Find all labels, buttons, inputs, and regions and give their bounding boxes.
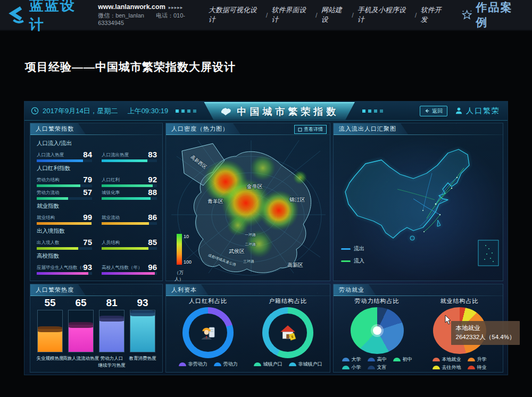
nav-item[interactable]: 网站建设 xyxy=(321,5,348,24)
gauge: 劳动力结构79 xyxy=(37,174,92,187)
nav-separator: / xyxy=(266,11,268,19)
panel-density-heatmap: 人口密度（热力图） 查看详情 xyxy=(165,123,330,281)
cases-link[interactable]: 作品案例 xyxy=(461,0,523,30)
gauge-bar xyxy=(102,247,157,250)
back-label: 返回 xyxy=(432,107,443,115)
tank-value: 65 xyxy=(75,297,86,310)
tank-value: 55 xyxy=(44,297,55,310)
legend-label: 本地就业 xyxy=(442,356,461,363)
legend-arc-swatch xyxy=(433,366,440,369)
deco-squares-left xyxy=(176,109,196,113)
datetime: 2017年9月14日，星期二 上午09:30:19 xyxy=(31,106,168,116)
gauge-header: 应届毕业生人气指数（年）93 xyxy=(37,262,92,271)
legend-item: 劳动力 xyxy=(214,361,238,368)
worker-icon xyxy=(199,324,217,342)
gauge: 人口流出热度83 xyxy=(102,149,157,162)
chart-legend: 本地就业升学去往外地待业 xyxy=(433,356,487,371)
nav-item[interactable]: 软件界面设计 xyxy=(271,5,312,24)
legend-item: 文盲 xyxy=(368,364,387,371)
donut-hole: ¥ xyxy=(269,314,307,352)
gauge-header: 人口红利92 xyxy=(102,174,157,183)
legend-item: 流入 xyxy=(341,257,364,265)
gauge-bar xyxy=(37,247,92,250)
time-text: 上午09:30:19 xyxy=(128,106,169,116)
tank-liquid xyxy=(69,325,93,352)
nav-item[interactable]: 大数据可视化设计 xyxy=(209,5,262,24)
logo[interactable]: 蓝蓝设计 xyxy=(7,0,89,34)
back-arrow-icon xyxy=(425,108,430,114)
mode-indicator[interactable]: 人口繁荣 xyxy=(455,106,500,116)
donut-ring xyxy=(182,307,234,358)
gauge-label: 劳动力结构 xyxy=(37,177,60,183)
mode-label: 人口繁荣 xyxy=(466,106,500,116)
legend-arc-swatch xyxy=(289,362,296,366)
tank-wave xyxy=(130,310,155,316)
gauge-bar xyxy=(37,222,92,225)
legend-item: 大学 xyxy=(342,356,361,363)
tank-value: 93 xyxy=(137,297,148,310)
gauge-bar-fill xyxy=(102,272,155,275)
gauge-header: 人口流出热度83 xyxy=(102,149,157,158)
gauge-bar-fill xyxy=(37,222,92,225)
view-detail-button[interactable]: 查看详情 xyxy=(294,125,327,134)
panel-title: 流入流出人口汇聚图 xyxy=(334,123,408,134)
donut-chart: 户籍结构占比 ¥城镇户口非城镇户口 xyxy=(248,297,328,371)
gauge: 人口流入热度84 xyxy=(37,149,92,162)
legend-label: 初中 xyxy=(403,356,412,363)
gauge-header: 就业结构99 xyxy=(37,212,92,221)
legend-unit: （万人） xyxy=(174,270,184,283)
chart-subtitle: 户籍结构占比 xyxy=(269,297,307,305)
gauge-bar xyxy=(102,159,157,162)
tank-label: 商旅人流流动热度 xyxy=(63,355,99,362)
panel-human-capital: 人利资本 人口红利占比 非劳动力劳动力户籍结构占比 ¥城镇户口非城镇户口 xyxy=(165,284,330,373)
back-button[interactable]: 返回 xyxy=(420,106,447,116)
site-meta: www.lanlanwork.com▸▸▸▸▸ 微信：ben_lanlan 电话… xyxy=(98,3,209,28)
gauge: 高校人气指数（年）96 xyxy=(102,262,157,275)
gauge-label: 人口流入热度 xyxy=(37,152,64,158)
pie-chart: 劳动力结构占比大学高中初中小学文盲 xyxy=(336,297,418,371)
dashboard-topbar: 2017年9月14日，星期二 上午09:30:19 中国城市繁荣指数 返回 xyxy=(24,102,508,121)
gauge: 人员结构85 xyxy=(102,237,157,250)
gauge-label: 就业结构 xyxy=(37,215,55,221)
legend-arc-swatch xyxy=(254,362,261,366)
nav-item[interactable]: 手机及小程序设计 xyxy=(358,5,411,24)
gauge-value: 88 xyxy=(148,188,157,196)
panel-title: 人口繁荣指数 xyxy=(30,123,86,134)
person-icon xyxy=(455,107,463,115)
legend-arc-swatch xyxy=(368,358,375,361)
gauge-row: 出入境人数75人员结构85 xyxy=(37,237,157,250)
legend-arc-swatch xyxy=(368,366,375,369)
legend-arc-swatch xyxy=(179,362,186,366)
cursor-icon xyxy=(445,315,452,325)
legend-label: 高中 xyxy=(377,356,387,363)
tank-body xyxy=(37,310,63,352)
legend-min: 100 xyxy=(184,259,192,265)
site-header: 蓝蓝设计 www.lanlanwork.com▸▸▸▸▸ 微信：ben_lanl… xyxy=(0,0,532,31)
gauge-row: 劳动力结构79人口红利92 xyxy=(37,174,157,187)
tank-label: 劳动力人口继续学习热度 xyxy=(98,355,126,369)
gauge-header: 就业流动86 xyxy=(102,212,157,221)
site-url[interactable]: www.lanlanwork.com xyxy=(98,3,165,11)
legend-label: 流入 xyxy=(354,257,364,265)
panel-title: 人利资本 xyxy=(166,284,209,295)
section-title: 人口红利指数 xyxy=(37,165,157,172)
nav-item[interactable]: 软件开发 xyxy=(420,5,447,24)
logo-icon xyxy=(7,5,26,24)
gauge-label: 人口流出热度 xyxy=(102,152,129,158)
legend-label: 非城镇户口 xyxy=(298,361,322,368)
legend-item: 非城镇户口 xyxy=(289,361,322,368)
svg-text:青羊区: 青羊区 xyxy=(207,198,223,204)
svg-text:锦江区: 锦江区 xyxy=(289,197,305,202)
gauge-bar xyxy=(102,272,157,275)
tooltip-value: 2642332人（54.4%） xyxy=(456,333,516,342)
tank-body xyxy=(68,310,94,352)
legend-label: 非劳动力 xyxy=(188,361,207,368)
deco-squares-right xyxy=(362,109,383,113)
gauge-bar xyxy=(37,159,92,162)
legend-max: 10 xyxy=(184,234,192,239)
site-nav: 大数据可视化设计/软件界面设计/网站建设/手机及小程序设计/软件开发 xyxy=(209,5,447,24)
donut-charts: 人口红利占比 非劳动力劳动力户籍结构占比 ¥城镇户口非城镇户口 xyxy=(168,297,328,371)
gauge-label: 高校人气指数（年） xyxy=(102,265,143,271)
tank-wave xyxy=(68,322,94,328)
legend-item: 待业 xyxy=(468,364,487,371)
